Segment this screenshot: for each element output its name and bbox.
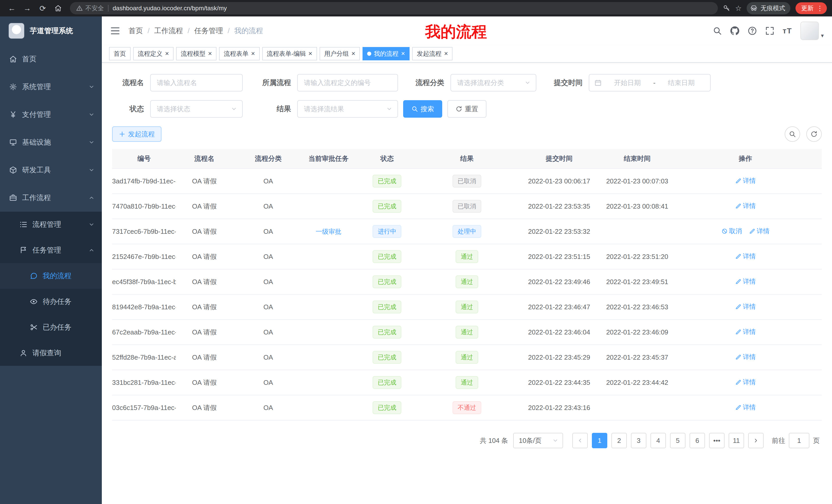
- close-icon[interactable]: [165, 50, 169, 57]
- bookmark-star-icon[interactable]: ☆: [732, 4, 745, 12]
- status-select[interactable]: 请选择状态: [150, 100, 243, 118]
- tab-item[interactable]: 流程定义: [133, 47, 174, 60]
- fullscreen-icon[interactable]: [765, 26, 774, 35]
- page-number-button[interactable]: 1: [592, 433, 607, 448]
- detail-link[interactable]: 详情: [735, 378, 756, 386]
- task-link[interactable]: 一级审批: [316, 227, 341, 236]
- category-select[interactable]: 请选择流程分类: [450, 74, 536, 91]
- tab-item[interactable]: 用户分组: [319, 47, 360, 60]
- next-page-button[interactable]: [748, 433, 763, 448]
- prev-page-button[interactable]: [572, 433, 588, 448]
- sidebar-item[interactable]: 首页: [0, 45, 102, 73]
- chevron-down-icon: [386, 106, 392, 112]
- submit-time-range-picker[interactable]: 开始日期 - 结束日期: [589, 74, 711, 91]
- cell-category: OA: [233, 169, 304, 194]
- detail-link[interactable]: 详情: [735, 403, 756, 412]
- process-definition-input[interactable]: [297, 74, 398, 91]
- close-icon[interactable]: [352, 50, 355, 57]
- menu-item-icon: [9, 194, 17, 202]
- result-select[interactable]: 请选择流结果: [297, 100, 398, 118]
- browser-home-button[interactable]: [51, 2, 65, 15]
- tab-label: 流程表单-编辑: [267, 50, 306, 58]
- toggle-search-button[interactable]: [785, 127, 800, 142]
- security-indicator[interactable]: 不安全: [76, 4, 104, 12]
- sidebar-item[interactable]: 支付管理: [0, 101, 102, 129]
- close-icon[interactable]: [401, 50, 405, 57]
- page-number-button[interactable]: •••: [709, 433, 725, 448]
- github-icon[interactable]: [730, 26, 739, 35]
- menu-item-icon: [9, 111, 17, 118]
- result-badge: 已取消: [452, 175, 481, 188]
- breadcrumb-item[interactable]: 我的流程: [234, 26, 263, 36]
- status-badge: 已完成: [372, 401, 401, 414]
- sidebar-item[interactable]: 已办任务: [0, 314, 102, 340]
- detail-link[interactable]: 详情: [735, 277, 756, 286]
- tab-item[interactable]: 流程模型: [176, 47, 216, 60]
- cell-process-name: OA 请假: [176, 319, 233, 345]
- sidebar-item[interactable]: 研发工具: [0, 156, 102, 184]
- page-size-select[interactable]: 10条/页: [513, 433, 563, 448]
- font-size-icon[interactable]: тT: [783, 26, 792, 35]
- sidebar-item[interactable]: 流程管理: [0, 212, 102, 237]
- close-icon[interactable]: [208, 50, 212, 57]
- browser-reload-button[interactable]: ⟳: [36, 2, 49, 15]
- tab-item[interactable]: 流程表单-编辑: [262, 47, 317, 60]
- detail-link[interactable]: 详情: [735, 328, 756, 336]
- sidebar-item[interactable]: 待办任务: [0, 289, 102, 314]
- detail-link[interactable]: 详情: [735, 302, 756, 311]
- browser-menu-icon[interactable]: ⋮: [816, 4, 823, 12]
- search-icon[interactable]: [713, 26, 722, 35]
- sidebar-item[interactable]: 工作流程: [0, 184, 102, 212]
- sidebar-item[interactable]: 请假查询: [0, 340, 102, 366]
- app-logo[interactable]: 芋道管理系统: [0, 17, 102, 45]
- sidebar-item[interactable]: 系统管理: [0, 73, 102, 101]
- page-number-button[interactable]: 2: [612, 433, 627, 448]
- search-button[interactable]: 搜索: [403, 100, 442, 118]
- cancel-link[interactable]: 取消: [722, 227, 742, 235]
- detail-link[interactable]: 详情: [735, 202, 756, 210]
- goto-page-input[interactable]: [789, 433, 809, 448]
- browser-back-button[interactable]: ←: [5, 2, 19, 15]
- user-menu[interactable]: ▾: [800, 22, 824, 40]
- detail-link[interactable]: 详情: [735, 252, 756, 260]
- refresh-table-button[interactable]: [806, 127, 822, 142]
- close-icon[interactable]: [444, 50, 448, 57]
- sidebar-item[interactable]: 任务管理: [0, 237, 102, 263]
- tab-item[interactable]: 发起流程: [412, 47, 452, 60]
- update-button[interactable]: 更新 ⋮: [796, 2, 827, 14]
- sidebar-toggle-icon[interactable]: [110, 26, 120, 36]
- close-icon[interactable]: [309, 50, 312, 57]
- address-bar[interactable]: 不安全 dashboard.yudao.iocoder.cn/bpm/task/…: [70, 2, 718, 15]
- tab-item[interactable]: 首页: [109, 47, 131, 60]
- help-icon[interactable]: [748, 26, 757, 35]
- tab-item[interactable]: 流程表单: [219, 47, 259, 60]
- browser-forward-button[interactable]: →: [21, 2, 34, 15]
- detail-link[interactable]: 详情: [749, 227, 770, 235]
- sidebar-item[interactable]: 基础设施: [0, 129, 102, 156]
- detail-link[interactable]: 详情: [735, 176, 756, 185]
- cell-process-name: OA 请假: [176, 395, 233, 420]
- page-number-button[interactable]: 3: [631, 433, 646, 448]
- breadcrumb-item[interactable]: 工作流程: [154, 26, 194, 36]
- breadcrumb-item[interactable]: 任务管理: [194, 26, 234, 36]
- create-process-button[interactable]: 发起流程: [112, 127, 161, 142]
- sidebar-item[interactable]: 我的流程: [0, 263, 102, 289]
- password-key-icon[interactable]: [723, 5, 730, 12]
- pagination: 共 104 条 10条/页 1 2 3 4: [112, 433, 820, 464]
- page-number-button[interactable]: 6: [690, 433, 705, 448]
- close-icon[interactable]: [251, 50, 255, 57]
- cell-current-task: [304, 295, 353, 319]
- page-number-button[interactable]: 5: [670, 433, 685, 448]
- reset-button[interactable]: 重置: [447, 100, 487, 118]
- page-number-button[interactable]: 11: [729, 433, 744, 448]
- tab-item[interactable]: 我的流程: [363, 47, 410, 60]
- page-number-button[interactable]: 4: [650, 433, 666, 448]
- detail-link[interactable]: 详情: [735, 353, 756, 361]
- breadcrumb-item[interactable]: 首页: [129, 26, 154, 36]
- cell-result: 通过: [421, 295, 513, 319]
- process-name-input[interactable]: [150, 74, 243, 91]
- table-row: 2152467e-7b9b-11ec-9a1b-acde48001122 OA …: [112, 244, 822, 269]
- edit-icon: [735, 404, 741, 411]
- table-row: 3ad174fb-7b9d-11ec-8404-acde48001122 OA …: [112, 169, 822, 194]
- tags-view: 首页 流程定义 流程模型 流程表单: [102, 45, 832, 63]
